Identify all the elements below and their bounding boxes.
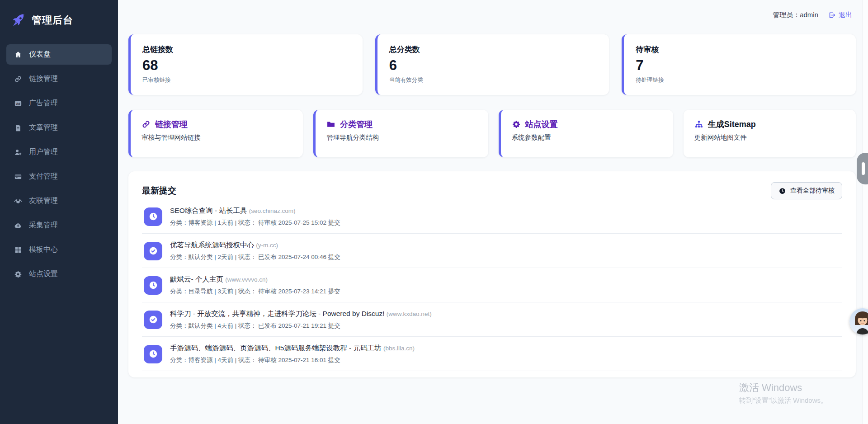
list-item[interactable]: 默斌云- 个人主页 (www.vvvvo.cn) 分类：目录导航 | 3天前 |… [142,268,842,302]
watermark-line2: 转到“设置”以激活 Windows。 [739,396,827,405]
submission-title: 手游源码、端游源码、页游源码、H5源码服务端架设教程 - 元码工坊 [170,344,382,352]
main-content: 管理员：admin 退出 总链接数 68 已审核链接 总分类数 6 当前有效分类… [118,0,868,424]
link-icon [142,120,151,129]
latest-submissions-panel: 最新提交 查看全部待审核 SEO综合查询 - 站长工具 (seo.chinaz.… [128,171,856,377]
stat-caption: 待处理链接 [636,76,844,84]
quick-card-subtitle: 系统参数配置 [512,133,662,142]
submission-title: SEO综合查询 - 站长工具 [170,207,247,214]
clock-icon [148,212,158,221]
sidebar-item-label: 友联管理 [29,196,58,206]
sidebar-item-label: 模板中心 [29,245,58,254]
link-icon [14,75,22,83]
sidebar-item-articles[interactable]: 文章管理 [6,118,112,138]
logout-label: 退出 [839,11,852,19]
submission-meta: 分类：默认分类 | 4天前 | 状态： 已发布 2025-07-21 19:21… [170,322,432,330]
status-badge [144,242,162,260]
quick-card-link-management[interactable]: 链接管理 审核与管理网站链接 [128,110,303,157]
grid-icon [14,246,22,254]
view-all-label: 查看全部待审核 [790,187,835,195]
sidebar-item-payments[interactable]: 支付管理 [6,166,112,187]
quick-card-site-settings[interactable]: 站点设置 系统参数配置 [499,110,673,157]
logout-icon [828,11,836,19]
quick-card-title: 生成Sitemap [708,119,756,130]
handle-grip [862,162,865,175]
sidebar-item-friend-links[interactable]: 友联管理 [6,191,112,211]
quick-card-subtitle: 审核与管理网站链接 [142,133,292,142]
sidebar-item-site-settings[interactable]: 站点设置 [6,264,112,284]
stat-card-total-categories: 总分类数 6 当前有效分类 [375,34,609,95]
clock-icon [148,280,158,290]
sidebar-item-ads[interactable]: Ad 广告管理 [6,93,112,113]
status-badge [144,276,162,295]
sidebar-item-label: 文章管理 [29,123,58,132]
stat-title: 总链接数 [142,44,351,55]
sidebar-item-label: 仪表盘 [29,50,51,59]
quick-actions-row: 链接管理 审核与管理网站链接 分类管理 管理导航分类结构 [128,110,856,157]
sidebar-item-label: 用户管理 [29,147,58,157]
list-item[interactable]: 手游源码、端游源码、页游源码、H5源码服务端架设教程 - 元码工坊 (bbs.l… [142,337,842,371]
stat-card-total-links: 总链接数 68 已审核链接 [128,34,363,95]
gear-icon [512,120,521,129]
quick-card-title: 链接管理 [155,119,188,130]
stat-title: 待审核 [636,44,844,55]
ad-icon: Ad [14,99,22,108]
submission-meta: 分类：博客资源 | 1天前 | 状态： 待审核 2025-07-25 15:02… [170,219,340,227]
scrollbar-track[interactable] [862,0,868,424]
stat-title: 总分类数 [389,44,598,55]
quick-card-title: 分类管理 [340,119,373,130]
quick-card-title: 站点设置 [525,119,558,130]
sidebar: 管理后台 仪表盘 链接管理 Ad 广告管理 [0,0,118,424]
quick-card-category-management[interactable]: 分类管理 管理导航分类结构 [313,110,488,157]
watermark-line1: 激活 Windows [739,381,827,395]
list-item[interactable]: SEO综合查询 - 站长工具 (seo.chinaz.com) 分类：博客资源 … [142,199,842,234]
article-icon [14,124,22,132]
submission-meta: 分类：默认分类 | 2天前 | 状态： 已发布 2025-07-24 00:46… [170,253,340,261]
sidebar-item-label: 链接管理 [29,74,58,84]
handshake-icon [14,197,22,205]
user-gear-icon [14,148,22,156]
quick-card-generate-sitemap[interactable]: 生成Sitemap 更新网站地图文件 [684,110,856,157]
stat-caption: 当前有效分类 [389,76,598,84]
status-badge [144,207,162,226]
sidebar-item-collection[interactable]: 采集管理 [6,215,112,236]
sidebar-item-label: 支付管理 [29,172,58,181]
app-title: 管理后台 [32,14,73,27]
submission-domain: (www.kxdao.net) [387,311,432,317]
sitemap-icon [694,120,703,129]
gear-icon [14,270,22,278]
status-badge [144,345,162,363]
submission-title: 优茗导航系统源码授权中心 [170,241,254,249]
side-panel-handle[interactable] [857,153,868,184]
sidebar-item-templates[interactable]: 模板中心 [6,240,112,260]
stat-value: 68 [142,57,351,74]
submission-domain: (y-m.cc) [256,242,278,249]
check-icon [148,315,158,325]
list-item[interactable]: 科学刀 - 开放交流，共享精神，走进科学刀论坛 - Powered by Dis… [142,302,842,337]
sidebar-item-label: 广告管理 [29,99,58,108]
list-item[interactable]: 优茗导航系统源码授权中心 (y-m.cc) 分类：默认分类 | 2天前 | 状态… [142,234,842,268]
stat-card-pending-review: 待审核 7 待处理链接 [622,34,856,95]
admin-app: 管理后台 仪表盘 链接管理 Ad 广告管理 [0,0,868,424]
sidebar-item-label: 采集管理 [29,221,58,230]
windows-activation-watermark: 激活 Windows 转到“设置”以激活 Windows。 [739,381,827,405]
clock-icon [778,187,786,195]
quick-card-subtitle: 管理导航分类结构 [326,133,477,142]
topbar: 管理员：admin 退出 [128,0,856,19]
logout-link[interactable]: 退出 [828,11,852,19]
view-all-pending-button[interactable]: 查看全部待审核 [771,182,842,199]
home-icon [14,51,22,59]
submission-meta: 分类：博客资源 | 4天前 | 状态： 待审核 2025-07-21 16:01… [170,356,415,364]
submission-title: 默斌云- 个人主页 [170,275,223,283]
submission-meta: 分类：目录导航 | 3天前 | 状态： 待审核 2025-07-23 14:21… [170,287,340,296]
svg-text:Ad: Ad [16,102,20,105]
clock-icon [148,349,158,359]
submission-domain: (seo.chinaz.com) [249,207,296,214]
rocket-icon [11,13,26,28]
sidebar-item-dashboard[interactable]: 仪表盘 [6,44,112,65]
sidebar-item-links[interactable]: 链接管理 [6,69,112,89]
cloud-download-icon [14,221,22,230]
panel-title: 最新提交 [142,185,176,197]
stats-row: 总链接数 68 已审核链接 总分类数 6 当前有效分类 待审核 7 待处理链接 [128,34,856,95]
app-logo: 管理后台 [0,10,118,31]
sidebar-item-users[interactable]: 用户管理 [6,142,112,162]
